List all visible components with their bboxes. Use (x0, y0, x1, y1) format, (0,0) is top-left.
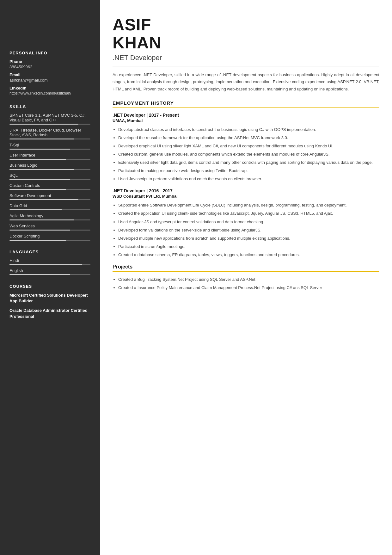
skill-name: Web Services (9, 224, 90, 228)
email-label: Email (9, 72, 90, 77)
header-divider (113, 66, 379, 66)
skill-bar (9, 179, 90, 180)
job-company: UMAA, Mumbai (113, 118, 379, 123)
last-name: KHAN (113, 34, 379, 52)
skill-item: Data Grid (9, 203, 90, 210)
languages-title: LANGUAGES (9, 250, 90, 254)
skill-bar (9, 209, 90, 210)
skill-item: JIRA, Firebase, Docker Cloud, Browser St… (9, 128, 90, 139)
main-content: ASIF KHAN .NET Developer An experienced … (100, 0, 392, 555)
first-name: ASIF (113, 16, 379, 34)
job-role: .NET Developer | 2016 - 2017 (113, 188, 379, 193)
phone-label: Phone (9, 59, 90, 64)
jobs-list: .NET Developer | 2017 - Present UMAA, Mu… (113, 113, 379, 258)
skills-list: SP.NET Core 3.1, ASP.NET MVC 3-5, C#, Vi… (9, 113, 90, 241)
skill-item: SP.NET Core 3.1, ASP.NET MVC 3-5, C#, Vi… (9, 113, 90, 125)
skill-bar (9, 139, 90, 139)
phone-value: 8884509962 (9, 65, 90, 69)
job-entry: .NET Developer | 2016 - 2017 WSD Consult… (113, 188, 379, 258)
bullet-item: Developed multiple new applications from… (118, 235, 379, 242)
skill-bar (9, 230, 90, 231)
email-value: asifkhan@gmail.com (9, 78, 90, 83)
job-entry: .NET Developer | 2017 - Present UMAA, Mu… (113, 113, 379, 183)
skill-item: User Interface (9, 153, 90, 160)
skill-bar-fill (9, 219, 74, 220)
skill-bar-fill (9, 230, 70, 231)
language-item: Hindi (9, 258, 90, 265)
skill-name: Data Grid (9, 203, 90, 208)
job-company: WSD Consultant Pvt Ltd, Mumbai (113, 194, 379, 199)
skill-bar (9, 219, 90, 220)
skill-name: Business Logic (9, 163, 90, 168)
course-item: Oracle Database Administrator Certified … (9, 308, 90, 319)
personal-info-title: PERSONAL INFO (9, 51, 90, 55)
employment-title: EMPLOYMENT HISTORY (113, 100, 379, 106)
skill-bar-fill (9, 159, 66, 160)
skill-name: User Interface (9, 153, 90, 157)
language-bar (9, 264, 90, 265)
bullet-item: Developed form validations on the server… (118, 227, 379, 234)
bullet-item: Used Angular-JS and typescript for contr… (118, 219, 379, 225)
language-bar-fill (9, 274, 70, 275)
skill-bar (9, 199, 90, 200)
bullet-item: Created custom, general use modules, and… (118, 151, 379, 158)
bullet-item: Extensively used silver light data grid,… (118, 159, 379, 166)
bullet-item: Created the application UI using client-… (118, 210, 379, 217)
skill-bar (9, 169, 90, 170)
language-name: Hindi (9, 258, 90, 263)
skill-item: T-Sql (9, 143, 90, 150)
skill-bar (9, 240, 90, 241)
employment-divider (113, 107, 379, 108)
bullet-item: Develop abstract classes and interfaces … (118, 126, 379, 133)
language-item: English (9, 268, 90, 275)
bullet-item: Developed graphical UI using silver ligh… (118, 143, 379, 150)
linkedin-label: LinkedIn (9, 86, 90, 90)
bullet-item: Used Javascript to perform validations a… (118, 176, 379, 182)
skill-bar (9, 149, 90, 150)
job-title: .NET Developer (113, 54, 379, 62)
courses-title: COURSES (9, 284, 90, 289)
skill-item: Business Logic (9, 163, 90, 170)
project-item: Created a Bug Tracking System.Net Projec… (118, 276, 379, 283)
skill-bar-fill (9, 189, 66, 190)
skill-item: Software Development (9, 193, 90, 200)
job-role: .NET Developer | 2017 - Present (113, 113, 379, 118)
projects-list: Created a Bug Tracking System.Net Projec… (113, 276, 379, 291)
skill-name: JIRA, Firebase, Docker Cloud, Browser St… (9, 128, 90, 137)
skill-bar (9, 189, 90, 190)
bullet-item: Participated in making responsive web de… (118, 167, 379, 174)
skill-bar-fill (9, 169, 74, 170)
skill-item: Custom Controls (9, 183, 90, 190)
skill-item: Web Services (9, 224, 90, 231)
skill-name: Software Development (9, 193, 90, 198)
skill-bar-fill (9, 209, 62, 210)
skill-bar-fill (9, 179, 70, 180)
language-bar-fill (9, 264, 82, 265)
skill-bar-fill (9, 139, 74, 139)
projects-divider (113, 271, 379, 272)
languages-list: Hindi English (9, 258, 90, 275)
skill-bar-fill (9, 124, 78, 125)
skill-name: T-Sql (9, 143, 90, 147)
skill-bar (9, 124, 90, 125)
job-bullets: Develop abstract classes and interfaces … (113, 126, 379, 183)
project-item: Created a Insurance Policy Maintenance a… (118, 284, 379, 291)
skills-title: SKILLS (9, 104, 90, 109)
summary: An experienced .NET Developer, skilled i… (113, 71, 379, 92)
skill-name: Agile Methodology (9, 213, 90, 218)
projects-title: Projects (113, 264, 379, 270)
sidebar: PERSONAL INFO Phone 8884509962 Email asi… (0, 0, 100, 555)
language-name: English (9, 268, 90, 273)
skill-bar-fill (9, 199, 78, 200)
job-bullets: Supported entire Software Development Li… (113, 202, 379, 258)
header: ASIF KHAN .NET Developer (113, 0, 379, 66)
bullet-item: Developed the reusable framework for the… (118, 134, 379, 141)
skill-name: SP.NET Core 3.1, ASP.NET MVC 3-5, C#, Vi… (9, 113, 90, 122)
bullet-item: Participated in scrum/agile meetings. (118, 243, 379, 250)
skill-item: Docker Scripting (9, 234, 90, 241)
skill-item: Agile Methodology (9, 213, 90, 220)
courses-list: Microsoft Certified Solutions Developer:… (9, 293, 90, 319)
bullet-item: Created a database schema, ER diagrams, … (118, 251, 379, 258)
skill-bar (9, 159, 90, 160)
linkedin-value[interactable]: https://www.linkedin.com/in/asifkhan/ (9, 91, 90, 96)
